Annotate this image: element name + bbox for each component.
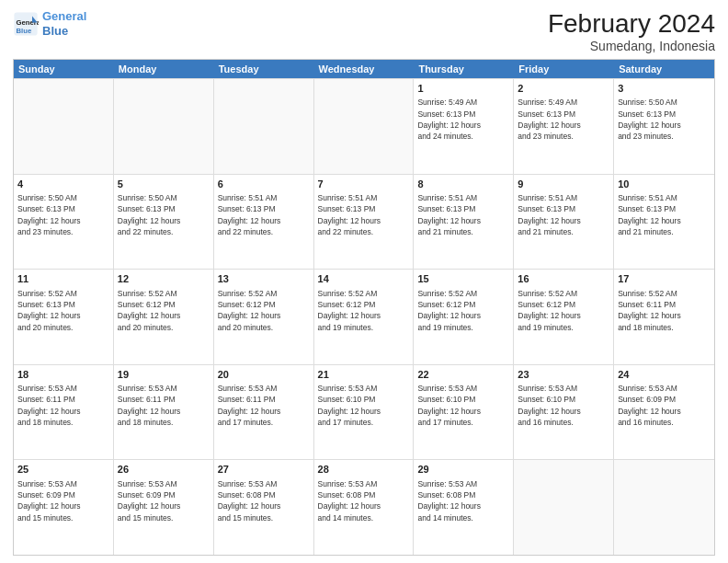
cell-info: Sunrise: 5:52 AM Sunset: 6:12 PM Dayligh… bbox=[218, 288, 310, 333]
calendar-cell-3-3: 13Sunrise: 5:52 AM Sunset: 6:12 PM Dayli… bbox=[214, 270, 314, 364]
cell-day-number: 12 bbox=[118, 272, 210, 286]
cell-day-number: 10 bbox=[618, 178, 711, 191]
calendar-cell-2-1: 4Sunrise: 5:50 AM Sunset: 6:13 PM Daylig… bbox=[14, 175, 114, 270]
cell-info: Sunrise: 5:53 AM Sunset: 6:10 PM Dayligh… bbox=[318, 383, 410, 428]
header: General Blue General Blue February 2024 … bbox=[13, 9, 715, 53]
cell-day-number: 20 bbox=[218, 368, 310, 382]
header-day-saturday: Saturday bbox=[614, 60, 714, 78]
cell-info: Sunrise: 5:52 AM Sunset: 6:12 PM Dayligh… bbox=[318, 288, 410, 333]
cell-info: Sunrise: 5:53 AM Sunset: 6:09 PM Dayligh… bbox=[17, 478, 109, 523]
calendar-row-2: 4Sunrise: 5:50 AM Sunset: 6:13 PM Daylig… bbox=[14, 174, 714, 270]
calendar-cell-2-6: 9Sunrise: 5:51 AM Sunset: 6:13 PM Daylig… bbox=[514, 175, 614, 270]
calendar-cell-4-7: 24Sunrise: 5:53 AM Sunset: 6:09 PM Dayli… bbox=[614, 365, 714, 460]
calendar-cell-5-2: 26Sunrise: 5:53 AM Sunset: 6:09 PM Dayli… bbox=[114, 460, 214, 555]
cell-info: Sunrise: 5:50 AM Sunset: 6:13 PM Dayligh… bbox=[618, 97, 711, 142]
cell-day-number: 2 bbox=[518, 82, 609, 96]
cell-info: Sunrise: 5:49 AM Sunset: 6:13 PM Dayligh… bbox=[518, 97, 609, 142]
cell-day-number: 24 bbox=[618, 368, 711, 382]
cell-info: Sunrise: 5:50 AM Sunset: 6:13 PM Dayligh… bbox=[118, 192, 210, 237]
title-block: February 2024 Sumedang, Indonesia bbox=[548, 9, 715, 53]
cell-day-number: 4 bbox=[17, 178, 109, 191]
cell-day-number: 26 bbox=[118, 463, 210, 477]
calendar-row-3: 11Sunrise: 5:52 AM Sunset: 6:13 PM Dayli… bbox=[14, 269, 714, 364]
page-subtitle: Sumedang, Indonesia bbox=[548, 39, 715, 53]
cell-info: Sunrise: 5:53 AM Sunset: 6:09 PM Dayligh… bbox=[618, 383, 711, 428]
header-day-wednesday: Wednesday bbox=[314, 60, 415, 78]
calendar-row-1: 1Sunrise: 5:49 AM Sunset: 6:13 PM Daylig… bbox=[14, 78, 714, 174]
calendar-cell-1-6: 2Sunrise: 5:49 AM Sunset: 6:13 PM Daylig… bbox=[514, 79, 614, 174]
cell-day-number: 11 bbox=[17, 272, 109, 286]
calendar-cell-2-2: 5Sunrise: 5:50 AM Sunset: 6:13 PM Daylig… bbox=[114, 175, 214, 270]
cell-info: Sunrise: 5:51 AM Sunset: 6:13 PM Dayligh… bbox=[417, 192, 509, 237]
calendar-cell-5-6 bbox=[514, 460, 614, 555]
header-day-sunday: Sunday bbox=[14, 60, 114, 78]
calendar-cell-2-7: 10Sunrise: 5:51 AM Sunset: 6:13 PM Dayli… bbox=[614, 175, 714, 270]
calendar-cell-1-4 bbox=[314, 79, 415, 174]
cell-day-number: 18 bbox=[17, 368, 109, 382]
cell-day-number: 15 bbox=[417, 272, 509, 286]
cell-day-number: 16 bbox=[518, 272, 609, 286]
cell-info: Sunrise: 5:53 AM Sunset: 6:10 PM Dayligh… bbox=[417, 383, 509, 428]
logo-icon: General Blue bbox=[13, 11, 39, 37]
cell-day-number: 6 bbox=[218, 178, 310, 191]
cell-info: Sunrise: 5:50 AM Sunset: 6:13 PM Dayligh… bbox=[17, 192, 109, 237]
cell-day-number: 23 bbox=[518, 368, 609, 382]
cell-info: Sunrise: 5:51 AM Sunset: 6:13 PM Dayligh… bbox=[518, 192, 609, 237]
cell-info: Sunrise: 5:52 AM Sunset: 6:13 PM Dayligh… bbox=[17, 288, 109, 333]
calendar-cell-2-5: 8Sunrise: 5:51 AM Sunset: 6:13 PM Daylig… bbox=[414, 175, 514, 270]
calendar-cell-1-1 bbox=[14, 79, 114, 174]
cell-day-number: 8 bbox=[417, 178, 509, 191]
calendar-cell-4-2: 19Sunrise: 5:53 AM Sunset: 6:11 PM Dayli… bbox=[114, 365, 214, 460]
cell-day-number: 22 bbox=[417, 368, 509, 382]
cell-info: Sunrise: 5:53 AM Sunset: 6:08 PM Dayligh… bbox=[218, 478, 310, 523]
calendar-cell-4-5: 22Sunrise: 5:53 AM Sunset: 6:10 PM Dayli… bbox=[414, 365, 514, 460]
cell-info: Sunrise: 5:53 AM Sunset: 6:08 PM Dayligh… bbox=[417, 478, 509, 523]
cell-info: Sunrise: 5:53 AM Sunset: 6:08 PM Dayligh… bbox=[318, 478, 410, 523]
cell-info: Sunrise: 5:53 AM Sunset: 6:11 PM Dayligh… bbox=[218, 383, 310, 428]
cell-day-number: 7 bbox=[318, 178, 410, 191]
cell-info: Sunrise: 5:49 AM Sunset: 6:13 PM Dayligh… bbox=[417, 97, 509, 142]
cell-day-number: 14 bbox=[318, 272, 410, 286]
calendar-cell-2-4: 7Sunrise: 5:51 AM Sunset: 6:13 PM Daylig… bbox=[314, 175, 415, 270]
cell-day-number: 13 bbox=[218, 272, 310, 286]
cell-info: Sunrise: 5:53 AM Sunset: 6:09 PM Dayligh… bbox=[118, 478, 210, 523]
svg-text:Blue: Blue bbox=[17, 26, 32, 34]
logo: General Blue General Blue bbox=[13, 9, 86, 38]
cell-day-number: 28 bbox=[318, 463, 410, 477]
calendar-cell-1-2 bbox=[114, 79, 214, 174]
calendar-cell-2-3: 6Sunrise: 5:51 AM Sunset: 6:13 PM Daylig… bbox=[214, 175, 314, 270]
header-day-friday: Friday bbox=[514, 60, 614, 78]
cell-info: Sunrise: 5:51 AM Sunset: 6:13 PM Dayligh… bbox=[218, 192, 310, 237]
cell-day-number: 17 bbox=[618, 272, 711, 286]
cell-info: Sunrise: 5:52 AM Sunset: 6:12 PM Dayligh… bbox=[518, 288, 609, 333]
calendar-cell-5-7 bbox=[614, 460, 714, 555]
calendar-cell-4-4: 21Sunrise: 5:53 AM Sunset: 6:10 PM Dayli… bbox=[314, 365, 415, 460]
calendar-cell-4-6: 23Sunrise: 5:53 AM Sunset: 6:10 PM Dayli… bbox=[514, 365, 614, 460]
calendar-cell-5-1: 25Sunrise: 5:53 AM Sunset: 6:09 PM Dayli… bbox=[14, 460, 114, 555]
calendar-cell-4-3: 20Sunrise: 5:53 AM Sunset: 6:11 PM Dayli… bbox=[214, 365, 314, 460]
calendar: SundayMondayTuesdayWednesdayThursdayFrid… bbox=[13, 59, 715, 556]
cell-info: Sunrise: 5:53 AM Sunset: 6:10 PM Dayligh… bbox=[518, 383, 609, 428]
page-title: February 2024 bbox=[548, 9, 715, 39]
cell-day-number: 19 bbox=[118, 368, 210, 382]
calendar-cell-3-5: 15Sunrise: 5:52 AM Sunset: 6:12 PM Dayli… bbox=[414, 270, 514, 364]
svg-text:General: General bbox=[17, 18, 40, 27]
cell-info: Sunrise: 5:52 AM Sunset: 6:12 PM Dayligh… bbox=[118, 288, 210, 333]
cell-day-number: 29 bbox=[417, 463, 509, 477]
cell-day-number: 5 bbox=[118, 178, 210, 191]
logo-text-blue: Blue bbox=[42, 24, 86, 39]
cell-info: Sunrise: 5:52 AM Sunset: 6:12 PM Dayligh… bbox=[417, 288, 509, 333]
calendar-cell-3-7: 17Sunrise: 5:52 AM Sunset: 6:11 PM Dayli… bbox=[614, 270, 714, 364]
calendar-cell-3-1: 11Sunrise: 5:52 AM Sunset: 6:13 PM Dayli… bbox=[14, 270, 114, 364]
calendar-cell-1-5: 1Sunrise: 5:49 AM Sunset: 6:13 PM Daylig… bbox=[414, 79, 514, 174]
cell-day-number: 3 bbox=[618, 82, 711, 96]
cell-info: Sunrise: 5:51 AM Sunset: 6:13 PM Dayligh… bbox=[318, 192, 410, 237]
page: General Blue General Blue February 2024 … bbox=[0, 0, 728, 563]
cell-info: Sunrise: 5:51 AM Sunset: 6:13 PM Dayligh… bbox=[618, 192, 711, 237]
calendar-cell-5-5: 29Sunrise: 5:53 AM Sunset: 6:08 PM Dayli… bbox=[414, 460, 514, 555]
calendar-cell-5-3: 27Sunrise: 5:53 AM Sunset: 6:08 PM Dayli… bbox=[214, 460, 314, 555]
calendar-header: SundayMondayTuesdayWednesdayThursdayFrid… bbox=[14, 60, 714, 78]
cell-day-number: 9 bbox=[518, 178, 609, 191]
header-day-thursday: Thursday bbox=[414, 60, 514, 78]
calendar-cell-1-3 bbox=[214, 79, 314, 174]
